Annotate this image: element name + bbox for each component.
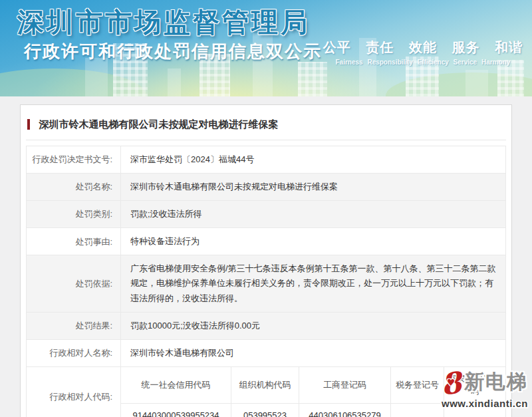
code-col-header: 统一社会信用代码 [121, 366, 231, 403]
table-row: 处罚名称: 深圳市铃木通电梯有限公司未按规定对电梯进行维保案 [27, 174, 506, 201]
code-value [444, 404, 506, 417]
row-value: 深市监华处罚〔2024〕福城44号 [121, 146, 506, 174]
row-label: 处罚事由: [27, 228, 121, 255]
table-row: 处罚类别: 罚款;没收违法所得 [27, 201, 506, 228]
site-subtitle: 行政许可和行政处罚信用信息双公示 [24, 40, 322, 63]
row-value: 罚款10000元;没收违法所得0.00元 [121, 312, 506, 339]
penalty-info-table: 行政处罚决定书文号: 深市监华处罚〔2024〕福城44号 处罚名称: 深圳市铃木… [26, 146, 506, 417]
table-row: 处罚依据: 广东省电梯使用安全条例/第三十七条违反本条例第十五条第一款、第十八条… [27, 255, 506, 312]
code-value [391, 404, 444, 417]
row-value: 特种设备违法行为 [121, 228, 506, 255]
row-value: 深圳市铃木通电梯有限公司未按规定对电梯进行维保案 [121, 174, 506, 201]
code-value: 914403000539955234 [121, 404, 231, 417]
code-col-header: 组织机构代码 [231, 366, 299, 403]
row-label: 处罚名称: [27, 174, 121, 201]
code-value: 440306106535279 [299, 404, 391, 417]
motto-english: Fairness Responsibility Efficiency Servi… [323, 59, 523, 66]
table-row: 行政相对人名称: 深圳市铃木通电梯有限公司 [27, 339, 506, 366]
row-label: 行政相对人代码: [27, 366, 121, 417]
case-title-bar: 深圳市铃木通电梯有限公司未按规定对电梯进行维保案 [26, 110, 506, 140]
content-card: 深圳市铃木通电梯有限公司未按规定对电梯进行维保案 行政处罚决定书文号: 深市监华… [20, 104, 512, 417]
code-col-header: 居民身份证号码 [444, 366, 506, 403]
row-label: 处罚类别: [27, 201, 121, 228]
table-row: 行政处罚决定书文号: 深市监华处罚〔2024〕福城44号 [27, 146, 506, 174]
title-accent-bar [27, 119, 30, 130]
row-value: 罚款;没收违法所得 [121, 201, 506, 228]
row-label: 行政相对人名称: [27, 339, 121, 366]
header-motto: 公平 责任 效能 服务 和谐 Fairness Responsibility E… [323, 39, 523, 66]
row-label: 处罚依据: [27, 255, 121, 312]
table-row: 处罚结果: 罚款10000元;没收违法所得0.00元 [27, 312, 506, 339]
code-value: 053995523 [231, 404, 299, 417]
row-label: 处罚结果: [27, 312, 121, 339]
site-header: 深圳市市场监督管理局 行政许可和行政处罚信用信息双公示 公平 责任 效能 服务 … [0, 0, 532, 96]
row-value: 深圳市铃木通电梯有限公司 [121, 339, 506, 366]
code-col-header: 税务登记号 [391, 366, 444, 403]
row-label: 行政处罚决定书文号: [27, 146, 121, 174]
table-row: 处罚事由: 特种设备违法行为 [27, 228, 506, 255]
case-title: 深圳市铃木通电梯有限公司未按规定对电梯进行维保案 [39, 118, 278, 130]
row-value: 广东省电梯使用安全条例/第三十七条违反本条例第十五条第一款、第十八条、第三十二条… [121, 255, 506, 312]
code-col-header: 工商登记码 [299, 366, 391, 403]
motto-chinese: 公平 责任 效能 服务 和谐 [323, 39, 523, 57]
site-title: 深圳市市场监督管理局 [17, 4, 310, 41]
code-header-row: 行政相对人代码: 统一社会信用代码 组织机构代码 工商登记码 税务登记号 居民身… [27, 366, 506, 403]
